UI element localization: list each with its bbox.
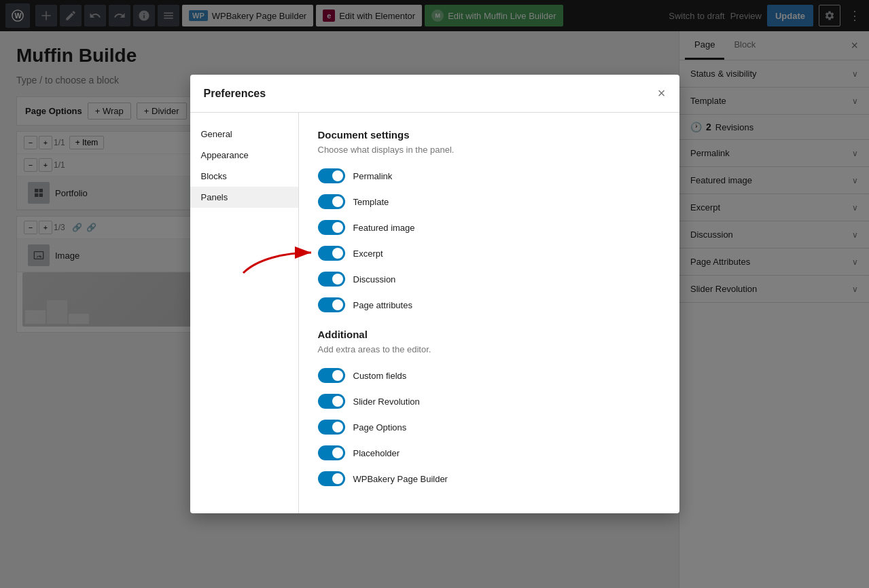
- modal-title: Preferences: [204, 88, 266, 100]
- toggle-wpbakery-label: WPBakery Page Builder: [353, 474, 448, 484]
- toggle-row-slider-rev: Slider Revolution: [318, 394, 660, 409]
- toggle-row-custom-fields: Custom fields: [318, 368, 660, 383]
- modal-close-button[interactable]: ×: [658, 86, 666, 101]
- toggle-excerpt[interactable]: [318, 246, 345, 261]
- toggle-slider-rev[interactable]: [318, 394, 345, 409]
- nav-general[interactable]: General: [190, 124, 298, 145]
- toggle-permalink-label: Permalink: [353, 171, 393, 181]
- toggle-slider-rev-label: Slider Revolution: [353, 397, 420, 407]
- toggle-custom-fields[interactable]: [318, 368, 345, 383]
- toggle-row-excerpt: Excerpt: [318, 246, 660, 261]
- toggle-placeholder-label: Placeholder: [353, 448, 400, 458]
- toggle-row-template: Template: [318, 194, 660, 209]
- toggle-discussion-label: Discussion: [353, 274, 396, 284]
- modal-header: Preferences ×: [190, 75, 679, 113]
- toggle-permalink[interactable]: [318, 168, 345, 183]
- document-settings-desc: Choose what displays in the panel.: [318, 145, 660, 155]
- nav-panels[interactable]: Panels: [190, 187, 298, 208]
- nav-blocks[interactable]: Blocks: [190, 166, 298, 187]
- nav-appearance[interactable]: Appearance: [190, 145, 298, 166]
- toggle-row-wpbakery: WPBakery Page Builder: [318, 471, 660, 486]
- additional-title: Additional: [318, 329, 660, 340]
- toggle-row-placeholder: Placeholder: [318, 445, 660, 460]
- toggle-row-discussion: Discussion: [318, 272, 660, 287]
- toggle-page-attrs-label: Page attributes: [353, 300, 412, 310]
- toggle-row-featured: Featured image: [318, 220, 660, 235]
- toggle-placeholder[interactable]: [318, 445, 345, 460]
- additional-desc: Add extra areas to the editor.: [318, 344, 660, 354]
- modal-body: General Appearance Blocks Panels Documen…: [190, 113, 679, 513]
- toggle-template-label: Template: [353, 197, 389, 207]
- toggle-wpbakery[interactable]: [318, 471, 345, 486]
- toggle-row-permalink: Permalink: [318, 168, 660, 183]
- toggle-featured[interactable]: [318, 220, 345, 235]
- toggle-template[interactable]: [318, 194, 345, 209]
- toggle-custom-fields-label: Custom fields: [353, 371, 407, 381]
- toggle-discussion[interactable]: [318, 272, 345, 287]
- preferences-modal: Preferences × General Appearance Blocks …: [190, 75, 679, 513]
- toggle-page-options[interactable]: [318, 420, 345, 435]
- toggle-excerpt-label: Excerpt: [353, 249, 383, 259]
- toggle-page-attrs[interactable]: [318, 297, 345, 312]
- modal-content: Document settings Choose what displays i…: [299, 113, 679, 513]
- toggle-page-options-label: Page Options: [353, 422, 407, 433]
- document-settings-title: Document settings: [318, 129, 660, 141]
- toggle-row-page-attrs: Page attributes: [318, 297, 660, 312]
- modal-overlay[interactable]: Preferences × General Appearance Blocks …: [0, 0, 869, 588]
- toggle-row-page-options: Page Options: [318, 420, 660, 435]
- toggle-featured-label: Featured image: [353, 223, 415, 233]
- modal-nav: General Appearance Blocks Panels: [190, 113, 299, 513]
